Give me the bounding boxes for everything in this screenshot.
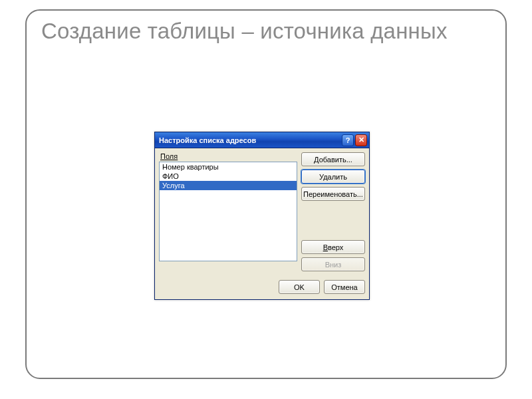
button-group-bottom: Вверх Вниз <box>301 240 365 275</box>
ok-button[interactable]: OK <box>279 280 320 294</box>
help-button[interactable]: ? <box>342 134 354 146</box>
fields-column: Поля Номер квартирыФИОУслуга <box>159 152 297 275</box>
fields-label: Поля <box>160 152 297 160</box>
dialog-title-text: Настройка списка адресов <box>159 136 342 144</box>
dialog-titlebar[interactable]: Настройка списка адресов ? ✕ <box>155 132 369 148</box>
list-item[interactable]: Услуга <box>160 181 297 190</box>
slide: Создание таблицы – источника данных Наст… <box>0 0 532 399</box>
bottom-button-row: OK Отмена <box>159 280 365 294</box>
add-button[interactable]: Добавить... <box>301 152 365 166</box>
close-button[interactable]: ✕ <box>355 134 367 146</box>
rename-button[interactable]: Переименовать... <box>301 187 365 201</box>
move-down-button: Вниз <box>301 257 365 271</box>
list-item[interactable]: ФИО <box>160 172 297 181</box>
delete-button[interactable]: Удалить <box>301 170 365 184</box>
dialog-window: Настройка списка адресов ? ✕ Поля Номер … <box>154 132 370 300</box>
titlebar-buttons: ? ✕ <box>342 134 367 146</box>
cancel-button[interactable]: Отмена <box>324 280 365 294</box>
close-icon: ✕ <box>358 136 364 144</box>
button-group-top: Добавить... Удалить Переименовать... <box>301 152 365 204</box>
fields-listbox[interactable]: Номер квартирыФИОУслуга <box>159 162 297 261</box>
buttons-column: Добавить... Удалить Переименовать... Вве… <box>301 152 365 275</box>
help-icon: ? <box>346 136 350 144</box>
dialog-body: Поля Номер квартирыФИОУслуга Добавить...… <box>155 148 369 299</box>
dialog-content-row: Поля Номер квартирыФИОУслуга Добавить...… <box>159 152 365 275</box>
list-item[interactable]: Номер квартиры <box>160 162 297 172</box>
move-up-button[interactable]: Вверх <box>301 240 365 254</box>
slide-title: Создание таблицы – источника данных <box>41 19 493 45</box>
